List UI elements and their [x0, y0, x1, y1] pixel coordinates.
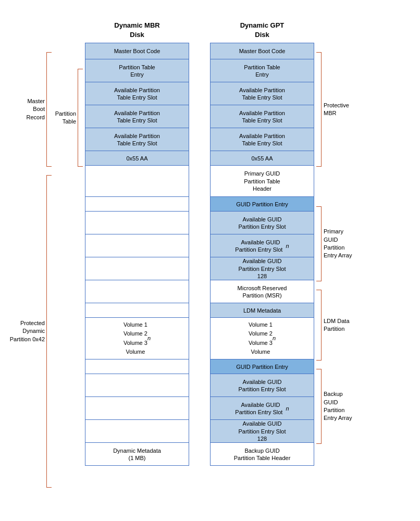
spacer-primary-hdr	[316, 171, 372, 202]
mbr-col-final: Dynamic MBRDisk Master Boot Code Partiti…	[85, 21, 189, 466]
partition-table-brace-area: PartitionTable	[54, 21, 85, 171]
gpt-cell-msr: Microsoft ReservedPartition (MSR)	[210, 280, 314, 303]
gpt-cell-guid-entry2: GUID Partition Entry	[210, 359, 314, 374]
gpt-cell-bk-slot128: Available GUIDPartition Entry Slot128	[210, 420, 314, 443]
mbr-cell-master-boot: Master Boot Code	[85, 43, 189, 59]
mbr-cell-volumes: Volume 1Volume 2Volume 3Volume n	[85, 318, 189, 359]
left-side-labels: MasterBootRecord ProtectedDynamicPartiti…	[7, 21, 54, 492]
gpt-cell-slot2: Available PartitionTable Entry Slot	[210, 105, 314, 128]
ldm-data-lbl: LDM DataPartition	[322, 317, 350, 333]
gpt-cell-slot1: Available PartitionTable Entry Slot	[210, 82, 314, 105]
gpt-cell-bk-slotn: Available GUIDPartition Entry Slot n	[210, 397, 314, 420]
mbr-blank-5	[85, 257, 189, 280]
master-boot-record-label: MasterBootRecord	[7, 97, 45, 121]
protected-dynamic-label: ProtectedDynamicPartition 0x42	[7, 319, 45, 343]
mbr-blank-7	[85, 303, 189, 318]
mbr-cell-slot3: Available PartitionTable Entry Slot	[85, 128, 189, 151]
mbr-blank-10	[85, 397, 189, 420]
mbr-blank-4	[85, 234, 189, 257]
primary-guid-lbl: PrimaryGUIDPartitionEntry Array	[322, 228, 352, 260]
mbr-blank-1	[85, 166, 189, 197]
gpt-cell-ldm: LDM Metadata	[210, 303, 314, 318]
gpt-hdr: Dynamic GPTDisk	[210, 21, 314, 40]
gpt-cell-pt-entry: Partition TableEntry	[210, 59, 314, 82]
gpt-cell-primary-hdr: Primary GUIDPartition TableHeader	[210, 166, 314, 197]
gpt-cell-volumes: Volume 1Volume 2Volume 3Volume n	[210, 318, 314, 359]
gpt-cell-sig: 0x55 AA	[210, 151, 314, 166]
backup-guid-lbl: BackupGUIDPartitionEntry Array	[322, 390, 352, 423]
gpt-col-final: Dynamic GPTDisk Master Boot Code Partiti…	[210, 21, 314, 466]
mbr-blank-2	[85, 197, 189, 212]
mbr-cell-sig: 0x55 AA	[85, 151, 189, 166]
gpt-cell-guid-slot1: Available GUIDPartition Entry Slot	[210, 212, 314, 234]
mbr-blank-3	[85, 212, 189, 234]
gpt-cell-bk-slot1: Available GUIDPartition Entry Slot	[210, 374, 314, 397]
partition-table-label: PartitionTable	[54, 110, 76, 126]
mbr-hdr: Dynamic MBRDisk	[85, 21, 189, 40]
gpt-cell-guid-slotn: Available GUIDPartition Entry Slot n	[210, 234, 314, 257]
mbr-blank-8	[85, 359, 189, 374]
mbr-cell-dyn-meta: Dynamic Metadata(1 MB)	[85, 443, 189, 466]
gpt-cell-backup-hdr: Backup GUIDPartition Table Header	[210, 443, 314, 466]
gpt-cell-slot3: Available PartitionTable Entry Slot	[210, 128, 314, 151]
mbr-blank-9	[85, 374, 189, 397]
gpt-cell-guid-slot128: Available GUIDPartition Entry Slot128	[210, 257, 314, 280]
mbr-cell-pt-entry: Partition TableEntry	[85, 59, 189, 82]
mbr-blank-6	[85, 280, 189, 303]
mbr-cell-slot2: Available PartitionTable Entry Slot	[85, 105, 189, 128]
right-side-labels-final: ProtectiveMBR PrimaryGUIDPartitionEntry …	[314, 21, 372, 448]
gpt-cell-master-boot: Master Boot Code	[210, 43, 314, 59]
mbr-blank-11	[85, 420, 189, 443]
gpt-cell-guid-entry1: GUID Partition Entry	[210, 197, 314, 212]
mbr-cell-slot1: Available PartitionTable Entry Slot	[85, 82, 189, 105]
protective-mbr-lbl: ProtectiveMBR	[322, 102, 349, 118]
